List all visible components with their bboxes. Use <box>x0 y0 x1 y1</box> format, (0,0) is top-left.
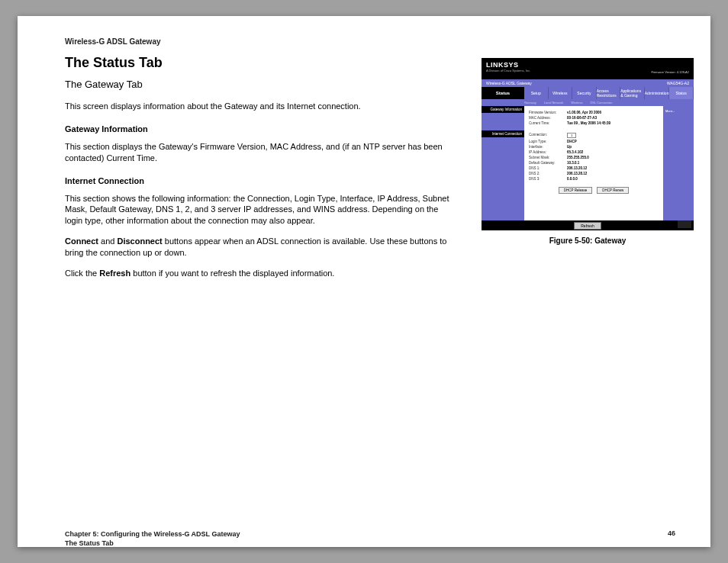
footer-section: The Status Tab <box>65 539 240 549</box>
connection-select[interactable]: 1 <box>567 133 576 138</box>
group-label-internet-connection: Internet Connection <box>482 130 524 137</box>
page-footer: Chapter 5: Configuring the Wireless-G AD… <box>65 529 675 549</box>
page-subtitle: The Gateway Tab <box>65 79 462 90</box>
key: IP Address: <box>529 150 567 154</box>
tab-applications-gaming[interactable]: Applications & Gaming <box>620 87 645 99</box>
value: v1.00.06, Apr 20 2006 <box>567 111 601 114</box>
value: 255.255.255.0 <box>567 156 589 159</box>
value: 206.13.28.12 <box>567 172 587 175</box>
tab-security[interactable]: Security <box>572 87 597 99</box>
key: DNS 2: <box>529 172 567 175</box>
brand-logo: LINKSYS <box>486 61 689 69</box>
page-title: The Status Tab <box>65 55 462 71</box>
key: MAC Address: <box>529 116 567 120</box>
figure-help-column: More... <box>663 106 694 220</box>
value: DHCP <box>567 140 577 143</box>
section-heading-gateway-info: Gateway Information <box>65 124 462 134</box>
tab-side-label: Status <box>482 87 524 99</box>
value: 65.3.4.102 <box>567 150 583 154</box>
figure-footer: Refresh <box>482 220 694 230</box>
group-label-gateway-info: Gateway Information <box>482 106 524 113</box>
value: 206.13.20.12 <box>567 166 587 170</box>
row-interface: Interface:Up <box>529 145 659 149</box>
page-inner: Wireless-G ADSL Gateway The Status Tab T… <box>18 16 710 563</box>
figure-brand-bar: LINKSYS A Division of Cisco Systems, Inc… <box>482 58 694 79</box>
text-column: The Status Tab The Gateway Tab This scre… <box>65 55 462 288</box>
row-dns1: DNS 1:206.13.20.12 <box>529 166 659 170</box>
connect-disconnect-paragraph: Connect and Disconnect buttons appear wh… <box>65 236 454 259</box>
section-heading-internet-connection: Internet Connection <box>65 176 462 185</box>
figure-content: Firmware Version:v1.00.06, Apr 20 2006 M… <box>524 106 663 220</box>
row-dns3: DNS 3:0.0.0.0 <box>529 177 659 181</box>
refresh-button[interactable]: Refresh <box>574 222 601 230</box>
section-body-internet-connection: This section shows the following informa… <box>65 193 454 227</box>
figure-gateway-screenshot: LINKSYS A Division of Cisco Systems, Inc… <box>482 58 694 230</box>
row-login-type: Login Type:DHCP <box>529 140 659 143</box>
value: 00-16-B6-87-27-A3 <box>567 116 597 120</box>
row-current-time: Current Time:Tue 09 , May 2006 14:45:39 <box>529 121 659 125</box>
refresh-paragraph: Click the Refresh button if you want to … <box>65 268 454 279</box>
tab-wireless[interactable]: Wireless <box>549 87 573 99</box>
disconnect-label: Disconnect <box>117 236 162 246</box>
section-body-gateway-info: This section displays the Gateway's Firm… <box>65 141 454 164</box>
value: 0.0.0.0 <box>567 177 578 181</box>
figure-tab-row: Setup Wireless Security Access Restricti… <box>524 87 694 99</box>
figure-body: Gateway Information Internet Connection … <box>482 106 694 220</box>
refresh-label: Refresh <box>99 269 130 278</box>
key: Subnet Mask: <box>529 156 567 159</box>
key: Firmware Version: <box>529 111 567 114</box>
figure-column: LINKSYS A Division of Cisco Systems, Inc… <box>482 55 694 288</box>
subtab-local-network[interactable]: Local Network <box>544 99 563 106</box>
tab-setup[interactable]: Setup <box>524 87 549 99</box>
key: Current Time: <box>529 121 567 125</box>
key: Interface: <box>529 145 567 149</box>
figure-subtab-row: Gateway Local Network Wireless DSL Conne… <box>482 99 694 106</box>
row-ip-address: IP Address:65.3.4.102 <box>529 150 659 154</box>
key: Connection: <box>529 133 567 138</box>
running-header: Wireless-G ADSL Gateway <box>65 37 675 46</box>
row-mac-address: MAC Address:00-16-B6-87-27-A3 <box>529 116 659 120</box>
text: button if you want to refresh the displa… <box>130 269 334 278</box>
tab-administration[interactable]: Administration <box>645 87 670 99</box>
key: Default Gateway: <box>529 161 567 165</box>
figure-model-bar: Wireless-G ADSL Gateway WAG54G-A2 <box>482 79 694 87</box>
row-connection: Connection:1 <box>529 133 659 138</box>
figure-left-labels: Gateway Information Internet Connection <box>482 106 524 220</box>
more-link[interactable]: More... <box>665 109 675 113</box>
subtab-gateway[interactable]: Gateway <box>524 99 536 106</box>
footer-left: Chapter 5: Configuring the Wireless-G AD… <box>65 529 240 549</box>
intro-paragraph: This screen displays information about t… <box>65 101 454 112</box>
row-firmware-version: Firmware Version:v1.00.06, Apr 20 2006 <box>529 111 659 114</box>
value: 10.3.0.1 <box>567 161 579 165</box>
firmware-version-label: Firmware Version: 4.128-A2 <box>651 70 689 74</box>
cisco-logo-icon <box>678 220 691 228</box>
key: DNS 3: <box>529 177 567 181</box>
key: DNS 1: <box>529 166 567 170</box>
text: and <box>98 236 117 246</box>
tab-status[interactable]: Status <box>669 87 694 99</box>
value: Up <box>567 145 572 149</box>
value: Tue 09 , May 2006 14:45:39 <box>567 121 610 125</box>
model-number: WAG54G-A2 <box>667 81 689 85</box>
page: Wireless-G ADSL Gateway The Status Tab T… <box>18 16 710 547</box>
two-column-layout: The Status Tab The Gateway Tab This scre… <box>65 55 675 288</box>
page-number: 46 <box>668 529 675 549</box>
row-subnet-mask: Subnet Mask:255.255.255.0 <box>529 156 659 159</box>
tab-access-restrictions[interactable]: Access Restrictions <box>597 87 621 99</box>
key: Login Type: <box>529 140 567 143</box>
row-dns2: DNS 2:206.13.28.12 <box>529 172 659 175</box>
subtab-wireless[interactable]: Wireless <box>571 99 582 106</box>
connect-label: Connect <box>65 236 98 246</box>
figure-tab-bar: Status Setup Wireless Security Access Re… <box>482 87 694 99</box>
dhcp-renew-button[interactable]: DHCP Renew <box>597 187 629 194</box>
footer-chapter: Chapter 5: Configuring the Wireless-G AD… <box>65 529 240 539</box>
row-default-gateway: Default Gateway:10.3.0.1 <box>529 161 659 165</box>
subtab-dsl-connection[interactable]: DSL Connection <box>590 99 612 106</box>
text: Click the <box>65 269 99 278</box>
model-title: Wireless-G ADSL Gateway <box>486 81 532 85</box>
dhcp-buttons: DHCP Release DHCP Renew <box>529 187 659 194</box>
figure-caption: Figure 5-50: Gateway <box>549 236 627 245</box>
dhcp-release-button[interactable]: DHCP Release <box>559 187 592 194</box>
